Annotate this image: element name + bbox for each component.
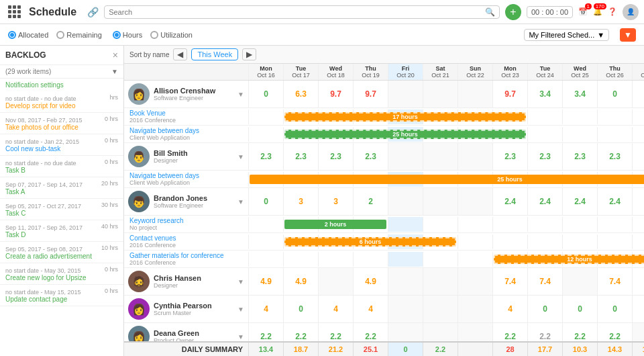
person-hours-cell: 2 (353, 188, 388, 215)
sidebar-item: no start date - no due date hrs Develop … (0, 91, 123, 113)
person-hours-cell: 0 (632, 81, 644, 107)
task-empty-cell (632, 234, 644, 249)
person-info-bill[interactable]: 👨 Bill Smith Designer ▼ (124, 143, 248, 170)
person-avatar-allison: 👩 (128, 83, 150, 105)
radio-hours[interactable]: Hours (113, 31, 142, 39)
task-name[interactable]: Navigate between days (129, 172, 243, 179)
day-header-Oct-21: SatOct 21 (423, 64, 458, 80)
task-empty-cell (248, 127, 283, 142)
sidebar-item-date: Nov 08, 2017 - Feb 27, 2015 0 hrs (5, 116, 118, 124)
person-info-chris[interactable]: 🧔 Chris Hansen Designer ▼ (124, 268, 248, 295)
user-avatar[interactable]: 👤 (623, 4, 639, 20)
task-cells-wrapper: 12 hours (248, 252, 644, 267)
radio-dot-utilization (150, 31, 158, 39)
sidebar-item: no start date - Jan 22, 2015 0 hrs Cool … (0, 134, 123, 156)
add-button[interactable]: + (505, 4, 521, 20)
search-input[interactable] (109, 8, 482, 16)
task-empty-cell (283, 252, 318, 267)
prev-week-button[interactable]: ◀ (173, 48, 187, 60)
bell-icon-btn[interactable]: 🔔 170 (593, 7, 602, 16)
task-name[interactable]: Gather materials for conference (129, 252, 243, 259)
task-row: Book Venue 2016 Conference 17 hours (124, 108, 644, 126)
sidebar-task-link[interactable]: Develop script for video (5, 102, 118, 109)
sidebar-item: Sep 05, 2017 - Oct 27, 2017 30 hrs Task … (0, 199, 123, 220)
radio-dot-allocated (8, 31, 16, 39)
sidebar-task-link[interactable]: Cool new sub-task (5, 145, 118, 152)
task-cells-wrapper: 17 hours (248, 109, 644, 124)
summary-cell: 2.2 (423, 343, 458, 356)
app-grid-icon[interactable] (5, 3, 23, 21)
sidebar-subtitle: (29 work items) ▼ (0, 65, 123, 79)
sidebar-task-link[interactable]: Task D (5, 231, 118, 238)
person-hours-cell (458, 268, 492, 295)
day-header-Oct-20: FriOct 20 (388, 64, 423, 80)
sidebar-task-link[interactable]: Create a radio advertisement (5, 253, 118, 260)
person-hours-cell (423, 296, 458, 322)
nav-icons: 📅 1 🔔 170 ❓ 👤 (578, 4, 639, 20)
task-name[interactable]: Book Venue (129, 109, 243, 117)
person-hours-cell (388, 81, 423, 107)
task-empty-cell (562, 217, 597, 232)
task-empty-cell (632, 127, 644, 142)
second-nav: Allocated Remaining Hours Utilization My… (0, 24, 644, 46)
top-nav: Schedule 🔗 🔍 + 00 : 00 : 00 📅 1 🔔 170 ❓ … (0, 0, 644, 24)
person-hours-cell: 7.4 (597, 268, 632, 295)
person-hours-cell: 2.4 (492, 188, 527, 215)
person-hours-cell: 7.4 (632, 268, 644, 295)
calendar-icon-btn[interactable]: 📅 1 (578, 7, 588, 16)
task-empty-cell (248, 252, 283, 267)
task-name[interactable]: Keyword research (129, 217, 243, 224)
person-row-allison: 👩 Allison Crenshaw Software Engineer ▼ 0… (124, 81, 644, 108)
sidebar-task-link[interactable]: Take photos of our office (5, 124, 118, 131)
sidebar-task-link[interactable]: Update contact page (5, 296, 118, 303)
sidebar-task-link[interactable]: Create new logo for Upsize (5, 274, 118, 281)
task-row: Contact venues 2016 Conference 6 hours (124, 233, 644, 251)
radio-allocated[interactable]: Allocated (8, 31, 48, 39)
question-icon-btn[interactable]: ❓ (608, 7, 617, 16)
task-name[interactable]: Navigate between days (129, 127, 243, 134)
task-empty-cell (632, 217, 644, 232)
filter-dropdown[interactable]: My Filtered Sched... ▼ (524, 29, 609, 41)
radio-utilization[interactable]: Utilization (150, 31, 193, 39)
next-week-button[interactable]: ▶ (242, 48, 256, 60)
task-empty-cell (318, 252, 353, 267)
day-header-Oct-23: MonOct 23 (492, 64, 527, 80)
summary-cell: 10.3 (562, 343, 597, 356)
person-avatar-bill: 👨 (128, 146, 150, 167)
person-toggle-brandon[interactable]: ▼ (237, 198, 244, 206)
summary-cell: 17.7 (527, 343, 562, 356)
task-empty-cell (458, 252, 492, 267)
person-toggle-deana[interactable]: ▼ (237, 333, 244, 341)
sidebar-close-button[interactable]: × (113, 50, 118, 60)
notification-settings-link[interactable]: Notification settings (0, 79, 123, 91)
sidebar-task-link[interactable]: Task A (5, 188, 118, 195)
person-hours-cell: 3 (283, 188, 318, 215)
task-project: Client Web Application (129, 179, 243, 186)
person-info-brandon[interactable]: 👦 Brandon Jones Software Engineer ▼ (124, 188, 248, 215)
person-hours-cell (458, 143, 492, 170)
person-info-cynthia[interactable]: 👩 Cynthia Pearson Scrum Master ▼ (124, 296, 248, 322)
filter-icon-button[interactable]: ▼ (620, 28, 636, 42)
person-hours-cell: 2.3 (632, 143, 644, 170)
sidebar-title: BACKLOG (5, 50, 46, 60)
person-hours-cell: 3.4 (527, 81, 562, 107)
filter-icon[interactable]: ▼ (111, 68, 118, 75)
this-week-button[interactable]: This Week (191, 48, 238, 60)
person-avatar-brandon: 👦 (128, 191, 150, 212)
person-toggle-chris[interactable]: ▼ (237, 278, 244, 285)
person-info-allison[interactable]: 👩 Allison Crenshaw Software Engineer ▼ (124, 81, 248, 107)
sort-label[interactable]: Sort by name (129, 51, 169, 58)
day-header-Oct-22: SunOct 22 (458, 64, 492, 80)
task-name[interactable]: Contact venues (129, 234, 243, 242)
person-toggle-allison[interactable]: ▼ (237, 91, 244, 98)
person-toggle-cynthia[interactable]: ▼ (237, 306, 244, 313)
radio-remaining[interactable]: Remaining (56, 31, 102, 39)
sidebar-task-link[interactable]: Task B (5, 167, 118, 174)
sidebar-task-link[interactable]: Task C (5, 210, 118, 217)
task-empty-cell (632, 109, 644, 124)
radio-dot-hours (113, 31, 121, 39)
person-toggle-bill[interactable]: ▼ (237, 153, 244, 161)
person-hours-cell: 2.3 (283, 143, 318, 170)
person-hours-cell: 4.9 (283, 268, 318, 295)
task-project: Client Web Application (129, 134, 243, 141)
